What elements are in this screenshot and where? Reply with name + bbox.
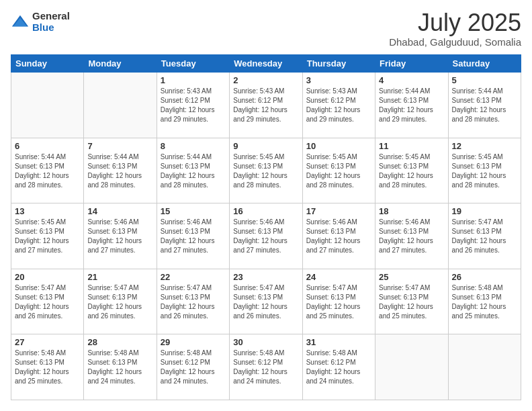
calendar-cell: 19Sunrise: 5:47 AM Sunset: 6:13 PM Dayli…	[448, 203, 521, 269]
day-info: Sunrise: 5:48 AM Sunset: 6:13 PM Dayligh…	[452, 283, 517, 321]
day-info: Sunrise: 5:44 AM Sunset: 6:13 PM Dayligh…	[87, 152, 152, 190]
calendar-cell: 24Sunrise: 5:47 AM Sunset: 6:13 PM Dayli…	[302, 269, 375, 334]
logo-text: General Blue	[32, 11, 70, 33]
day-number: 27	[15, 337, 80, 347]
subtitle: Dhabad, Galguduud, Somalia	[389, 36, 521, 48]
calendar-cell: 16Sunrise: 5:46 AM Sunset: 6:13 PM Dayli…	[230, 203, 302, 269]
calendar-cell: 13Sunrise: 5:45 AM Sunset: 6:13 PM Dayli…	[11, 203, 84, 269]
day-number: 8	[161, 141, 226, 151]
calendar-cell: 15Sunrise: 5:46 AM Sunset: 6:13 PM Dayli…	[157, 203, 229, 269]
day-info: Sunrise: 5:48 AM Sunset: 6:13 PM Dayligh…	[87, 349, 152, 386]
day-info: Sunrise: 5:47 AM Sunset: 6:13 PM Dayligh…	[87, 283, 152, 321]
calendar-cell: 25Sunrise: 5:47 AM Sunset: 6:13 PM Dayli…	[375, 269, 448, 334]
day-number: 6	[15, 141, 80, 151]
day-number: 21	[87, 272, 152, 282]
day-number: 15	[161, 206, 226, 216]
day-number: 11	[379, 141, 444, 151]
day-number: 31	[306, 337, 371, 347]
day-info: Sunrise: 5:47 AM Sunset: 6:13 PM Dayligh…	[15, 283, 80, 321]
calendar-cell: 11Sunrise: 5:45 AM Sunset: 6:13 PM Dayli…	[375, 138, 448, 203]
logo-blue: Blue	[32, 22, 70, 34]
calendar-cell: 4Sunrise: 5:44 AM Sunset: 6:13 PM Daylig…	[375, 73, 448, 138]
calendar-cell: 7Sunrise: 5:44 AM Sunset: 6:13 PM Daylig…	[84, 138, 157, 203]
day-number: 2	[233, 75, 298, 85]
day-number: 20	[15, 272, 80, 282]
day-number: 18	[379, 206, 444, 216]
logo-icon	[11, 13, 30, 32]
day-number: 4	[379, 75, 444, 85]
weekday-header: Friday	[375, 55, 448, 73]
calendar-cell: 28Sunrise: 5:48 AM Sunset: 6:13 PM Dayli…	[84, 334, 157, 400]
day-number: 9	[233, 141, 298, 151]
day-number: 28	[87, 337, 152, 347]
day-info: Sunrise: 5:43 AM Sunset: 6:12 PM Dayligh…	[306, 87, 371, 124]
logo-general: General	[32, 11, 70, 22]
day-info: Sunrise: 5:47 AM Sunset: 6:13 PM Dayligh…	[161, 283, 226, 321]
calendar-cell: 3Sunrise: 5:43 AM Sunset: 6:12 PM Daylig…	[302, 73, 375, 138]
calendar-cell: 9Sunrise: 5:45 AM Sunset: 6:13 PM Daylig…	[230, 138, 302, 203]
calendar-week-row: 27Sunrise: 5:48 AM Sunset: 6:13 PM Dayli…	[11, 334, 521, 400]
calendar-cell: 2Sunrise: 5:43 AM Sunset: 6:12 PM Daylig…	[230, 73, 302, 138]
calendar-cell: 29Sunrise: 5:48 AM Sunset: 6:12 PM Dayli…	[157, 334, 229, 400]
calendar-cell	[84, 73, 157, 138]
day-number: 19	[452, 206, 517, 216]
weekday-header: Tuesday	[157, 55, 229, 73]
weekday-header: Sunday	[11, 55, 84, 73]
calendar-cell: 1Sunrise: 5:43 AM Sunset: 6:12 PM Daylig…	[157, 73, 229, 138]
day-number: 29	[161, 337, 226, 347]
calendar-cell: 17Sunrise: 5:46 AM Sunset: 6:13 PM Dayli…	[302, 203, 375, 269]
day-number: 3	[306, 75, 371, 85]
calendar-week-row: 1Sunrise: 5:43 AM Sunset: 6:12 PM Daylig…	[11, 73, 521, 138]
calendar-cell: 21Sunrise: 5:47 AM Sunset: 6:13 PM Dayli…	[84, 269, 157, 334]
logo: General Blue	[11, 11, 70, 33]
weekday-header: Wednesday	[230, 55, 302, 73]
day-number: 1	[161, 75, 226, 85]
day-number: 12	[452, 141, 517, 151]
weekday-header: Thursday	[302, 55, 375, 73]
weekday-header: Saturday	[448, 55, 521, 73]
day-info: Sunrise: 5:45 AM Sunset: 6:13 PM Dayligh…	[233, 152, 298, 190]
day-info: Sunrise: 5:48 AM Sunset: 6:12 PM Dayligh…	[306, 349, 371, 386]
calendar-cell: 27Sunrise: 5:48 AM Sunset: 6:13 PM Dayli…	[11, 334, 84, 400]
day-info: Sunrise: 5:47 AM Sunset: 6:13 PM Dayligh…	[306, 283, 371, 321]
weekday-header: Monday	[84, 55, 157, 73]
day-info: Sunrise: 5:45 AM Sunset: 6:13 PM Dayligh…	[306, 152, 371, 190]
calendar-cell	[375, 334, 448, 400]
calendar-table: SundayMondayTuesdayWednesdayThursdayFrid…	[11, 54, 521, 400]
calendar-header-row: SundayMondayTuesdayWednesdayThursdayFrid…	[11, 55, 521, 73]
day-number: 26	[452, 272, 517, 282]
calendar-cell: 30Sunrise: 5:48 AM Sunset: 6:12 PM Dayli…	[230, 334, 302, 400]
day-number: 7	[87, 141, 152, 151]
calendar-cell: 8Sunrise: 5:44 AM Sunset: 6:13 PM Daylig…	[157, 138, 229, 203]
title-block: July 2025 Dhabad, Galguduud, Somalia	[389, 11, 521, 48]
calendar-cell: 20Sunrise: 5:47 AM Sunset: 6:13 PM Dayli…	[11, 269, 84, 334]
page: General Blue July 2025 Dhabad, Galguduud…	[0, 0, 532, 411]
day-info: Sunrise: 5:48 AM Sunset: 6:13 PM Dayligh…	[15, 349, 80, 386]
header: General Blue July 2025 Dhabad, Galguduud…	[11, 11, 521, 48]
calendar-cell: 26Sunrise: 5:48 AM Sunset: 6:13 PM Dayli…	[448, 269, 521, 334]
day-info: Sunrise: 5:46 AM Sunset: 6:13 PM Dayligh…	[87, 218, 152, 255]
day-number: 14	[87, 206, 152, 216]
calendar-cell: 31Sunrise: 5:48 AM Sunset: 6:12 PM Dayli…	[302, 334, 375, 400]
calendar-week-row: 6Sunrise: 5:44 AM Sunset: 6:13 PM Daylig…	[11, 138, 521, 203]
calendar-cell: 5Sunrise: 5:44 AM Sunset: 6:13 PM Daylig…	[448, 73, 521, 138]
calendar-cell: 12Sunrise: 5:45 AM Sunset: 6:13 PM Dayli…	[448, 138, 521, 203]
calendar-cell: 10Sunrise: 5:45 AM Sunset: 6:13 PM Dayli…	[302, 138, 375, 203]
calendar-week-row: 20Sunrise: 5:47 AM Sunset: 6:13 PM Dayli…	[11, 269, 521, 334]
day-number: 25	[379, 272, 444, 282]
calendar-cell: 22Sunrise: 5:47 AM Sunset: 6:13 PM Dayli…	[157, 269, 229, 334]
day-info: Sunrise: 5:45 AM Sunset: 6:13 PM Dayligh…	[452, 152, 517, 190]
day-info: Sunrise: 5:48 AM Sunset: 6:12 PM Dayligh…	[233, 349, 298, 386]
day-number: 5	[452, 75, 517, 85]
day-number: 23	[233, 272, 298, 282]
day-info: Sunrise: 5:45 AM Sunset: 6:13 PM Dayligh…	[379, 152, 444, 190]
day-info: Sunrise: 5:46 AM Sunset: 6:13 PM Dayligh…	[379, 218, 444, 255]
day-info: Sunrise: 5:47 AM Sunset: 6:13 PM Dayligh…	[379, 283, 444, 321]
day-info: Sunrise: 5:44 AM Sunset: 6:13 PM Dayligh…	[161, 152, 226, 190]
day-info: Sunrise: 5:43 AM Sunset: 6:12 PM Dayligh…	[161, 87, 226, 124]
day-info: Sunrise: 5:47 AM Sunset: 6:13 PM Dayligh…	[452, 218, 517, 255]
day-info: Sunrise: 5:46 AM Sunset: 6:13 PM Dayligh…	[233, 218, 298, 255]
day-number: 30	[233, 337, 298, 347]
calendar-cell: 14Sunrise: 5:46 AM Sunset: 6:13 PM Dayli…	[84, 203, 157, 269]
day-number: 13	[15, 206, 80, 216]
